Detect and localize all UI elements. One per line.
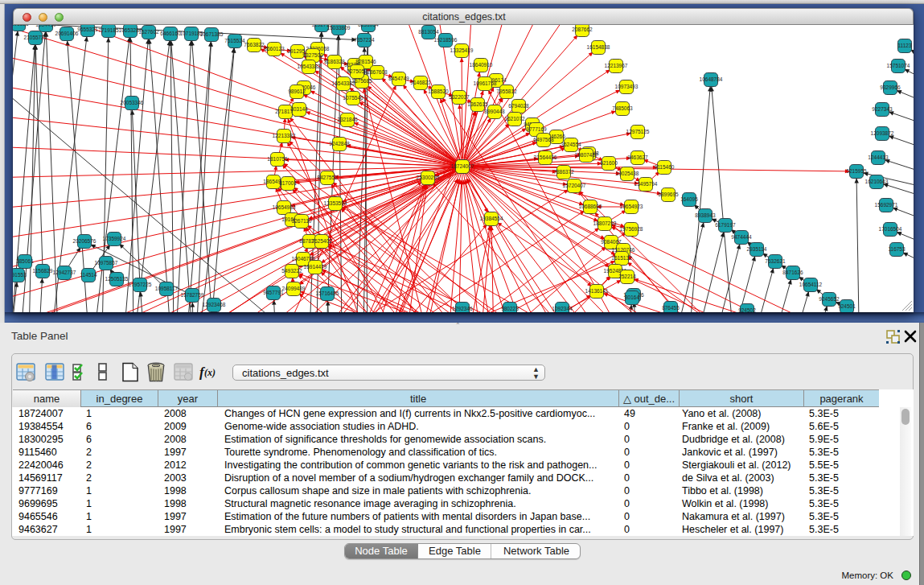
svg-text:10975857: 10975857 (95, 260, 118, 266)
svg-text:391553: 391553 (13, 272, 27, 278)
svg-text:1292346: 1292346 (452, 306, 473, 311)
svg-text:21055721: 21055721 (24, 35, 47, 40)
svg-text:2935114: 2935114 (747, 246, 767, 252)
svg-text:19654923: 19654923 (620, 204, 643, 209)
svg-text:21564436: 21564436 (534, 154, 557, 160)
svg-text:1362615: 1362615 (467, 101, 488, 107)
svg-text:25300295: 25300295 (417, 175, 440, 180)
svg-text:1695325: 1695325 (13, 25, 29, 27)
svg-text:12093872: 12093872 (871, 130, 894, 136)
svg-text:9777169: 9777169 (526, 126, 547, 132)
svg-text:8471626: 8471626 (782, 270, 803, 275)
svg-text:5322037: 5322037 (449, 94, 470, 100)
svg-text:6794028: 6794028 (508, 103, 529, 109)
svg-text:5493222: 5493222 (281, 268, 302, 274)
svg-text:924501: 924501 (838, 303, 856, 309)
svg-text:15751074: 15751074 (887, 63, 910, 68)
svg-text:12213382: 12213382 (273, 133, 296, 138)
svg-text:10688609: 10688609 (579, 204, 602, 209)
svg-text:385061: 385061 (16, 258, 34, 264)
svg-text:9146821: 9146821 (410, 80, 431, 85)
svg-text:1527602: 1527602 (138, 29, 159, 35)
svg-text:15716485: 15716485 (316, 290, 339, 296)
svg-text:14136141: 14136141 (585, 288, 609, 294)
svg-text:20691406: 20691406 (55, 31, 79, 36)
svg-text:1810755: 1810755 (267, 156, 288, 162)
svg-text:8131054: 8131054 (358, 25, 379, 27)
svg-text:252214: 252214 (618, 274, 636, 279)
svg-text:6179197: 6179197 (715, 222, 736, 228)
svg-text:1075546: 1075546 (343, 95, 363, 101)
svg-text:12505135: 12505135 (105, 276, 129, 282)
svg-text:5215955: 5215955 (846, 168, 867, 174)
svg-text:8938943: 8938943 (695, 212, 716, 218)
svg-text:12213967: 12213967 (605, 63, 628, 68)
svg-text:11123: 11123 (897, 43, 911, 48)
svg-text:16154838: 16154838 (587, 44, 610, 50)
svg-text:17957225: 17957225 (129, 282, 152, 287)
svg-text:3267110: 3267110 (292, 218, 312, 224)
svg-text:9327500: 9327500 (302, 52, 323, 58)
svg-text:8813054: 8813054 (418, 29, 439, 35)
svg-text:13353594: 13353594 (324, 200, 347, 206)
svg-text:10973493: 10973493 (615, 84, 639, 89)
svg-text:1092344: 1092344 (552, 306, 573, 311)
svg-text:17016504: 17016504 (879, 226, 902, 232)
svg-text:9457791: 9457791 (263, 290, 284, 295)
svg-text:2087662: 2087662 (572, 27, 593, 32)
svg-text:13325419: 13325419 (450, 47, 474, 53)
svg-text:80164: 80164 (625, 295, 639, 300)
svg-text:15720407: 15720407 (563, 183, 586, 188)
svg-text:989612: 989612 (288, 89, 306, 94)
svg-text:7515524: 7515524 (224, 38, 245, 43)
svg-text:8427552: 8427552 (317, 175, 338, 180)
svg-text:164095: 164095 (680, 196, 698, 202)
svg-text:9463627: 9463627 (627, 154, 648, 160)
svg-text:2321846: 2321846 (337, 117, 358, 122)
svg-text:13495794: 13495794 (634, 181, 658, 187)
svg-text:7625402: 7625402 (311, 238, 332, 244)
svg-text:20206576: 20206576 (73, 238, 97, 244)
svg-text:8454749: 8454749 (388, 76, 409, 81)
svg-text:18640910: 18640910 (470, 62, 493, 68)
svg-text:18807293: 18807293 (593, 220, 617, 226)
svg-text:18724007: 18724007 (451, 163, 474, 169)
svg-text:7663822: 7663822 (244, 42, 265, 47)
svg-text:12975125: 12975125 (626, 129, 650, 134)
svg-text:12923468: 12923468 (203, 302, 226, 307)
svg-text:1621072: 1621072 (504, 116, 525, 122)
svg-text:1588520: 1588520 (428, 89, 449, 94)
svg-text:7719185: 7719185 (98, 27, 119, 33)
svg-text:19756928: 19756928 (620, 226, 643, 232)
svg-text:17359924: 17359924 (103, 236, 126, 241)
svg-text:1244413: 1244413 (868, 154, 889, 160)
svg-text:6899695: 6899695 (658, 192, 679, 197)
svg-text:10025438: 10025438 (616, 171, 639, 176)
svg-text:24099489: 24099489 (282, 286, 306, 291)
svg-text:924502: 924502 (738, 307, 756, 312)
svg-text:980223: 980223 (501, 306, 519, 311)
svg-text:9655321: 9655321 (77, 27, 98, 32)
svg-text:15692971: 15692971 (875, 202, 898, 208)
svg-text:19218596: 19218596 (434, 37, 458, 43)
svg-text:8186328: 8186328 (324, 59, 345, 64)
svg-text:10648784: 10648784 (700, 76, 723, 82)
svg-text:7357224: 7357224 (354, 37, 375, 43)
svg-text:116753: 116753 (888, 246, 906, 252)
svg-text:19384554: 19384554 (480, 216, 503, 221)
svg-text:7485063: 7485063 (612, 105, 633, 111)
svg-text:16210643: 16210643 (865, 179, 889, 184)
svg-text:8281546: 8281546 (355, 59, 376, 64)
svg-text:817001: 817001 (279, 180, 297, 186)
svg-text:20053346: 20053346 (121, 100, 144, 105)
svg-text:16543382: 16543382 (332, 80, 355, 86)
svg-text:10807487: 10807487 (575, 152, 598, 158)
svg-text:1984410: 1984410 (35, 25, 56, 27)
svg-text:9474444: 9474444 (731, 234, 752, 240)
svg-text:19654983: 19654983 (273, 204, 296, 210)
svg-text:2867608: 2867608 (367, 69, 388, 75)
svg-text:3624554: 3624554 (561, 142, 581, 147)
svg-text:9329966: 9329966 (880, 84, 901, 90)
svg-text:7886372: 7886372 (553, 169, 574, 175)
svg-text:16033809: 16033809 (327, 25, 351, 31)
